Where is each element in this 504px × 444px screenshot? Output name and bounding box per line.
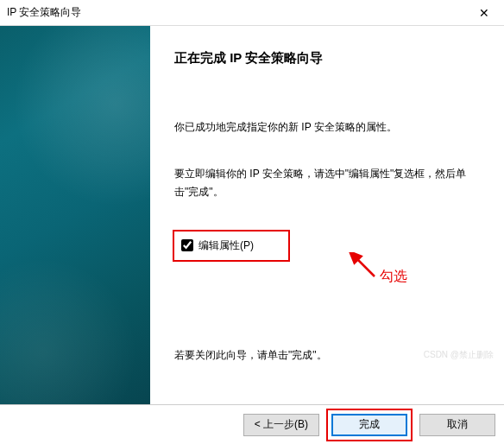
finish-highlight: 完成: [326, 409, 413, 441]
close-button[interactable]: ✕: [464, 0, 504, 26]
wizard-sidebar-image: [0, 26, 150, 404]
arrow-icon: [349, 252, 383, 287]
checkbox-label: 编辑属性(P): [198, 238, 254, 253]
title-bar: IP 安全策略向导 ✕: [0, 0, 504, 26]
annotation-label: 勾选: [380, 268, 407, 286]
main-panel: 正在完成 IP 安全策略向导 你已成功地完成指定你的新 IP 安全策略的属性。 …: [150, 26, 504, 404]
footer: < 上一步(B) 完成 取消: [0, 404, 504, 444]
success-message: 你已成功地完成指定你的新 IP 安全策略的属性。: [174, 118, 480, 137]
watermark: CSDN @禁止删除: [424, 349, 494, 361]
close-hint-text: 若要关闭此向导，请单击"完成"。: [174, 348, 327, 363]
close-icon: ✕: [479, 6, 489, 20]
window-title: IP 安全策略向导: [7, 5, 81, 20]
finish-button[interactable]: 完成: [331, 414, 407, 436]
edit-properties-checkbox-row[interactable]: 编辑属性(P): [173, 230, 290, 262]
instruction-text: 要立即编辑你的 IP 安全策略，请选中"编辑属性"复选框，然后单击"完成"。: [174, 165, 480, 202]
svg-line-0: [356, 257, 375, 276]
page-heading: 正在完成 IP 安全策略向导: [174, 50, 480, 67]
back-button[interactable]: < 上一步(B): [243, 414, 319, 436]
cancel-button[interactable]: 取消: [419, 414, 495, 436]
content-area: 正在完成 IP 安全策略向导 你已成功地完成指定你的新 IP 安全策略的属性。 …: [0, 26, 504, 404]
edit-properties-checkbox[interactable]: [181, 239, 193, 251]
